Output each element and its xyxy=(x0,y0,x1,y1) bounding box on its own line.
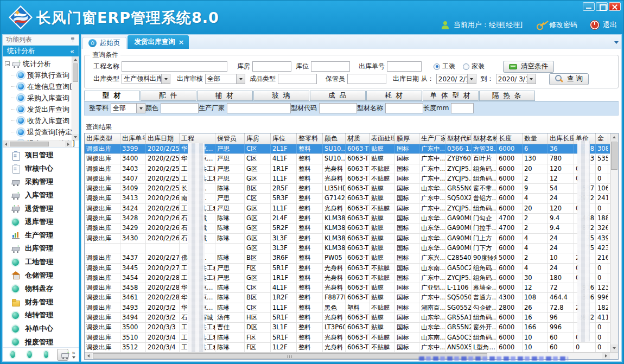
order-no-input[interactable] xyxy=(387,61,422,72)
grid-vscrollbar-thumb[interactable] xyxy=(611,142,617,170)
whole-part-select[interactable]: 全部 xyxy=(111,103,145,113)
tree-item[interactable]: 退货查询[待定] xyxy=(5,126,71,138)
table-row[interactable]: 调拨出库34452020/2/27工共工程严思F区5R1F整料光身料6063-T… xyxy=(85,264,618,273)
sidebar-menu-item[interactable]: 退库管理 xyxy=(3,215,79,229)
column-header[interactable]: 库房 xyxy=(245,133,271,144)
column-header[interactable]: 膜厚 xyxy=(395,133,419,144)
table-row[interactable]: 调拨出库34582020/2/28华原…陈琳C区4L1F整料光身料6063-T5… xyxy=(85,283,618,293)
radio-industrial[interactable] xyxy=(434,63,440,70)
column-header[interactable]: 保管员 xyxy=(215,133,245,144)
material-tab[interactable]: 玻 璃 xyxy=(253,91,309,101)
table-row[interactable]: 调拨出库34942020/3/2石辉城汤伟H区5R1F整料光身料6063-T5贴… xyxy=(85,313,618,323)
scroll-right-icon[interactable] xyxy=(602,353,610,359)
column-header[interactable]: 表面处理 xyxy=(370,133,395,144)
search-button[interactable]: 查 询 xyxy=(549,73,589,85)
sidebar-menu-item[interactable]: 补单中心 xyxy=(3,322,79,336)
project-name-input[interactable] xyxy=(122,61,227,72)
table-row[interactable]: 调拨出库34092020/2/25长…陈琳B区2R5F整料LI35HD6063-… xyxy=(85,184,618,194)
column-header[interactable]: 工程 xyxy=(180,133,215,144)
table-row[interactable]: 调拨出库33992020/2/25华原…严思C区2L1F整料SU10…6063-… xyxy=(85,144,618,154)
product-type-input[interactable] xyxy=(278,74,317,84)
table-row[interactable]: 调拨出库34072020/2/25工共工程严思G区1L1F整料光身料6063-T… xyxy=(85,174,618,184)
material-tab[interactable]: 单 体 型 材 xyxy=(423,91,479,101)
table-row[interactable]: 调拨出库34302020/2/26石城陈琳G区3L3F整料KLM38176063… xyxy=(85,234,618,244)
profile-code-input[interactable] xyxy=(319,103,357,113)
close-button[interactable] xyxy=(609,2,621,11)
green-dot-icon[interactable] xyxy=(44,351,49,358)
minimize-button[interactable] xyxy=(583,2,595,11)
tree-item[interactable]: 在途信息查询[待 xyxy=(5,81,71,92)
scroll-down-icon[interactable] xyxy=(610,344,618,352)
column-header[interactable]: 整零料 xyxy=(297,133,323,144)
tab-home[interactable]: 起始页 xyxy=(82,37,126,49)
material-tab[interactable]: 辅 材 xyxy=(197,91,253,101)
tree-horizontal-scrollbar[interactable] xyxy=(3,141,72,147)
date-to-select[interactable]: 2020/ 3/16 xyxy=(496,74,536,84)
chevron-down-icon[interactable] xyxy=(136,104,145,113)
tree-scrollbar-thumb[interactable] xyxy=(73,63,78,82)
column-header[interactable]: 出库日期 xyxy=(146,133,180,144)
column-header[interactable]: 型材名称 xyxy=(472,133,497,144)
table-row[interactable]: 调拨出库34932020/3/2华原…陈琳C区1L1F整料黑色塑料不贴膜国标湖南… xyxy=(85,303,618,313)
out-type-select[interactable]: 生产领料出库 xyxy=(122,74,170,84)
sidebar-menu-item[interactable]: 退货管理 xyxy=(3,202,79,215)
column-header[interactable]: 长度 xyxy=(497,133,523,144)
date-from-select[interactable]: 2020/ 2/16 xyxy=(436,74,476,84)
table-row[interactable]: 调拨出库34292020/2/26石城陈琳G区5R2F整料KLM38176063… xyxy=(85,223,618,233)
column-header[interactable]: 型材代码 xyxy=(445,133,472,144)
collapse-icon[interactable] xyxy=(70,47,74,55)
chevron-down-icon[interactable] xyxy=(161,74,170,84)
column-header[interactable]: 出库单号 xyxy=(120,133,146,144)
sidebar-menu-item[interactable]: 仓储管理 xyxy=(3,269,79,282)
radio-home-label[interactable]: 家装 xyxy=(472,62,485,71)
radio-home[interactable] xyxy=(463,63,469,70)
tree-root-node[interactable]: 统计分析 xyxy=(5,58,71,69)
change-password-link[interactable]: 修改密码 xyxy=(549,20,577,30)
material-tab[interactable]: 隔 热 条 xyxy=(479,91,535,101)
column-header[interactable]: 库位 xyxy=(271,133,297,144)
chevron-down-icon[interactable] xyxy=(527,74,536,84)
material-tab[interactable]: 配 件 xyxy=(141,91,196,101)
column-header[interactable]: 颜色 xyxy=(323,133,346,144)
scroll-up-icon[interactable] xyxy=(72,56,79,63)
table-row[interactable]: 调拨出库34132020/2/26南…严思C区5R3F整料G714226063-… xyxy=(85,194,618,203)
table-row[interactable]: 调拨出库35102020/3/4工共工程陈琳F区5R1F整料光身料6063-T5… xyxy=(85,333,618,343)
column-header[interactable]: 出库类型 xyxy=(85,133,120,144)
scroll-right-icon[interactable] xyxy=(65,141,72,147)
location-input[interactable] xyxy=(311,61,350,72)
table-row[interactable]: G区3L3F整料KLM38176063-T5贴膜国标山东华…GA90M09…门下… xyxy=(85,244,618,253)
material-tab[interactable]: 型 材 xyxy=(84,91,140,101)
column-header[interactable]: 材质 xyxy=(346,133,370,144)
sidebar-menu-item[interactable]: 生产管理 xyxy=(3,229,79,242)
sidebar-menu-item[interactable]: 结转管理 xyxy=(3,309,79,322)
table-row[interactable]: 调拨出库35002020/3/3工共工程曹佳D区3L1F整料LT3P606063… xyxy=(85,323,618,333)
sidebar-menu-item[interactable]: 财务管理 xyxy=(3,296,79,309)
table-row[interactable]: 调拨出库34002020/2/25华原…严思C区4L1F整料SU10…6063-… xyxy=(85,154,618,164)
table-row[interactable]: 调拨出库34242020/2/26工共工程严思G区1L1F整料光身料6063-T… xyxy=(85,204,618,214)
logout-link[interactable]: 退出 xyxy=(603,20,617,30)
tab-close-icon[interactable] xyxy=(179,40,184,45)
sidebar-menu-item[interactable]: 报废管理 xyxy=(3,335,79,347)
tree-hscrollbar-thumb[interactable] xyxy=(10,142,49,146)
table-row[interactable]: 调拨出库34372020/2/27佛…陈琳B区3R6F整料PW056063-T5… xyxy=(85,253,618,263)
chevron-overflow-icon[interactable] xyxy=(72,351,75,359)
sidebar-menu-item[interactable]: 入库管理 xyxy=(3,189,79,202)
profile-name-input[interactable] xyxy=(385,103,423,113)
factory-input[interactable] xyxy=(227,103,291,113)
sidebar-section-header[interactable]: 统计分析 xyxy=(3,46,79,56)
grid-vertical-scrollbar[interactable] xyxy=(610,133,618,352)
chevron-down-icon[interactable] xyxy=(236,74,245,84)
table-row[interactable]: 调拨出库34032020/2/25工共工程严思G区1R1F整料光身料6063-T… xyxy=(85,164,618,174)
tree-vertical-scrollbar[interactable] xyxy=(72,56,79,141)
keeper-input[interactable] xyxy=(347,74,386,84)
table-row[interactable]: 调拨出库35122020/3/4工共工程陈琳F区1L2F整料光身料6063-T5… xyxy=(85,343,618,353)
scroll-left-icon[interactable] xyxy=(3,141,9,147)
green-dot-icon[interactable] xyxy=(27,351,32,358)
length-input[interactable] xyxy=(451,103,474,113)
pin-icon[interactable] xyxy=(70,37,75,43)
tree-item[interactable]: 采购入库查询 xyxy=(5,92,71,104)
material-tab[interactable]: 成 品 xyxy=(310,91,366,101)
sidebar-menu-item[interactable]: 审核中心 xyxy=(3,162,79,176)
column-header[interactable]: 生产厂家 xyxy=(419,133,445,144)
sidebar-menu-item[interactable]: 物料盘存 xyxy=(3,282,79,296)
